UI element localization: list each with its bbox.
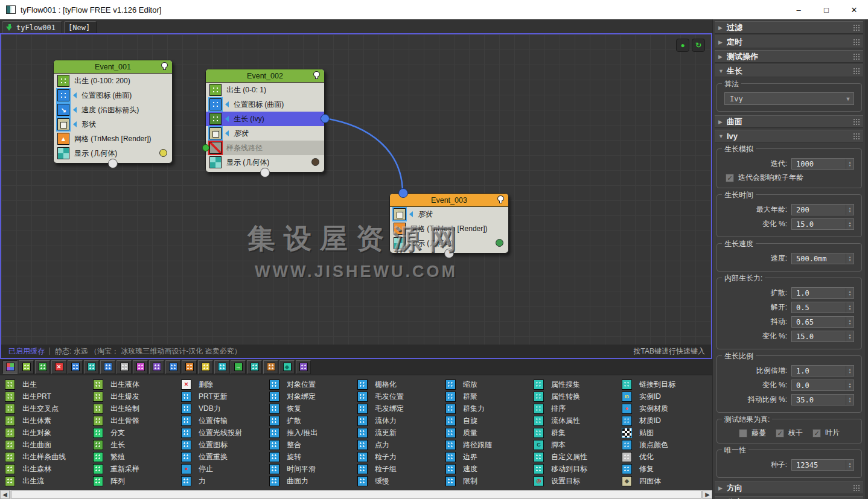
operator-row[interactable]: 出生 (0-0: 1) [206,83,324,97]
operator-item-链接到目标[interactable]: 链接到目标 [622,378,710,390]
display-color-dot[interactable] [159,149,167,157]
operator-item-栅格化[interactable]: 栅格化 [357,378,445,390]
operator-item-限制[interactable]: 限制 [445,475,534,487]
operator-item-修复[interactable]: 修复 [622,463,710,475]
operator-item-群集[interactable]: 群集 [534,427,622,439]
node-header[interactable]: Event_002 [206,69,324,83]
spinner-arrows[interactable]: ▴▾ [846,460,854,470]
filter-button[interactable] [84,360,99,374]
spinner-arrows[interactable]: ▴▾ [846,331,854,342]
operator-item-缓慢[interactable]: 缓慢 [357,475,445,487]
filter-button[interactable] [296,360,311,374]
operator-item-流体力[interactable]: 流体力 [357,415,445,427]
spinner-field[interactable]: 15.0▴▾ [791,218,854,230]
drag-grip-icon[interactable] [853,133,860,139]
tab-New[interactable]: [New] [64,21,97,33]
spinner-arrows[interactable]: ▴▾ [846,253,854,264]
node-header[interactable]: Event_001 [54,60,172,74]
operator-item-出生流[interactable]: 出生流 [5,475,93,487]
operator-item-毛发绑定[interactable]: 毛发绑定 [357,402,445,415]
section-header-定时[interactable]: ▶定时 [715,36,863,48]
filter-button[interactable] [182,360,197,374]
section-header-方向[interactable]: ▶方向 [715,482,863,494]
lightbulb-icon[interactable] [161,62,168,68]
operator-item-优化[interactable]: 优化 [622,451,710,463]
filter-button[interactable]: ◆ [279,360,295,374]
filter-button[interactable] [100,360,115,374]
spinner-arrows[interactable]: ▴▾ [846,205,854,215]
operator-item-力[interactable]: 力 [181,475,269,487]
filter-button[interactable] [68,360,83,374]
operator-item-速度[interactable]: 速度 [445,463,534,475]
filter-button[interactable]: ✕ [51,360,66,374]
filter-button[interactable] [198,360,213,374]
operator-item-整合[interactable]: 整合 [269,439,357,451]
operator-item-时间平滑[interactable]: 时间平滑 [269,463,357,475]
filter-button[interactable] [19,360,34,374]
drag-grip-icon[interactable] [853,485,860,491]
operator-item-点力[interactable]: 点力 [357,439,445,451]
operator-item-自旋[interactable]: 自旋 [445,415,534,427]
filter-button[interactable] [165,360,180,374]
operator-item-阵列[interactable]: 阵列 [93,475,181,487]
event-input-socket[interactable] [398,188,408,198]
drag-grip-icon[interactable] [853,39,860,45]
operator-item-对象绑定[interactable]: 对象绑定 [269,390,357,402]
display-color-dot[interactable] [496,239,503,247]
operator-item-路径跟随[interactable]: 路径跟随 [445,439,534,451]
spinner-field[interactable]: 0.65▴▾ [791,316,854,328]
operator-item-出生交叉点[interactable]: 出生交叉点 [5,402,93,415]
operator-row[interactable]: 位置图标 (曲面) [54,88,172,103]
operator-item-繁殖[interactable]: 繁殖 [93,451,181,463]
tab-tyFlow001[interactable]: tyFlow001 [2,21,62,33]
operator-item-位置图标[interactable]: 位置图标 [181,439,269,451]
operator-row[interactable]: 生长 (Ivy) [206,112,324,126]
operator-item-顶点颜色[interactable]: 顶点颜色 [622,439,710,451]
minimize-button[interactable]: – [785,0,812,19]
spinner-arrows[interactable]: ▴▾ [846,317,854,327]
spinner-field[interactable]: 200▴▾ [791,204,854,215]
operator-row[interactable]: 样条线路径 [206,141,324,155]
operator-item-生长[interactable]: 生长 [93,439,181,451]
operator-item-分支[interactable]: 分支 [93,427,181,439]
checkbox[interactable]: ✓ [726,174,734,182]
close-button[interactable]: ✕ [840,0,868,19]
operator-item-流更新[interactable]: 流更新 [357,427,445,439]
operator-item-自定义属性[interactable]: 自定义属性 [534,451,622,463]
spinner-field[interactable]: 35.0▴▾ [791,394,854,405]
event-output-socket[interactable] [260,168,270,177]
checkbox[interactable]: ✓ [812,429,821,437]
operator-item-粒子力[interactable]: 粒子力 [357,451,445,463]
drag-grip-icon[interactable] [853,118,860,125]
operator-item-VDB力[interactable]: VDB力 [181,402,269,415]
output-socket[interactable] [321,114,330,123]
operator-item-质量[interactable]: 质量 [445,427,534,439]
spinner-arrows[interactable]: ▴▾ [846,159,854,169]
operator-item-粒子组[interactable]: 粒子组 [357,463,445,475]
operator-item-位置光线投射[interactable]: 位置光线投射 [181,427,269,439]
operator-item-出生样条曲线[interactable]: 出生样条曲线 [5,451,93,463]
maximize-button[interactable]: □ [812,0,840,19]
filter-all-button[interactable] [2,360,18,374]
operator-item-流体属性[interactable]: 流体属性 [534,415,622,427]
operator-item-出生绘制[interactable]: 出生绘制 [93,402,181,415]
spinner-arrows[interactable]: ▴▾ [846,302,854,313]
operator-row[interactable]: ▲网格 (TriMesh [Render]) [390,221,508,236]
filter-button[interactable] [263,360,278,374]
filter-button[interactable] [35,360,50,374]
checkbox[interactable]: ✓ [776,429,784,437]
spinner-field[interactable]: 1.0▴▾ [791,287,854,299]
drag-grip-icon[interactable] [853,24,860,31]
operator-row[interactable]: ↘速度 (沿图标箭头) [54,103,172,117]
spinner-field[interactable]: 0.5▴▾ [791,302,854,313]
spinner-field[interactable]: 0.0▴▾ [791,380,854,391]
display-color-dot[interactable] [311,158,319,166]
drag-grip-icon[interactable] [853,53,860,60]
operator-item-脚本[interactable]: C脚本 [534,439,622,451]
operator-item-属性转换[interactable]: 属性转换 [534,390,622,402]
filter-button[interactable] [149,360,164,374]
operator-item-PRT更新[interactable]: PRT更新 [181,390,269,402]
event-node-Event_001[interactable]: Event_001出生 (0-100: 200)位置图标 (曲面)↘速度 (沿图… [53,60,173,164]
spinner-arrows[interactable]: ▴▾ [846,219,854,229]
filter-button[interactable] [214,360,229,374]
